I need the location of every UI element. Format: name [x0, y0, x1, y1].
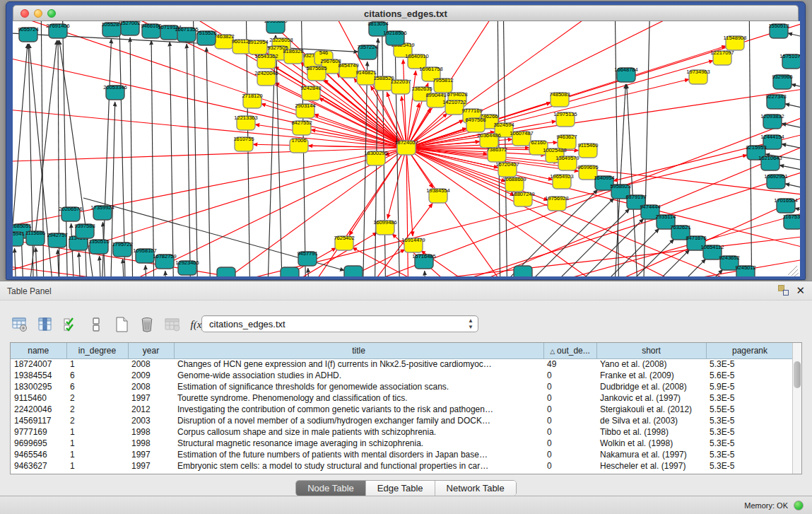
select-all-checks-icon[interactable] — [61, 315, 81, 334]
table-cell[interactable]: 18724007 — [11, 358, 66, 370]
table-row[interactable]: 969969511998Structural magnetic resonanc… — [11, 438, 794, 449]
graph-node[interactable]: 1115686 — [25, 230, 45, 245]
graph-node[interactable]: 2718120 — [242, 93, 262, 108]
graph-node[interactable] — [344, 266, 363, 276]
graph-node[interactable]: 17359924 — [90, 204, 114, 220]
table-cell[interactable]: 1998 — [128, 438, 174, 449]
table-cell[interactable]: 1997 — [128, 392, 174, 404]
table-cell[interactable]: Yano et al. (2008) — [596, 358, 706, 370]
table-scrollbar-thumb[interactable] — [794, 361, 801, 388]
table-cell[interactable]: Tourette syndrome. Phenomenology and cla… — [174, 392, 543, 404]
graph-node[interactable]: 8427552 — [291, 119, 312, 135]
graph-node[interactable]: 18300295 — [364, 150, 387, 165]
graph-node[interactable]: 16210643 — [758, 155, 782, 170]
graph-node[interactable]: 1322037 — [390, 78, 411, 94]
table-cell[interactable]: Corpus callosum shape and size in male p… — [174, 426, 543, 438]
table-cell[interactable]: 19384554 — [11, 370, 66, 381]
table-cell[interactable]: 2 — [66, 392, 128, 404]
graph-node[interactable]: 13649579 — [555, 155, 579, 170]
graph-node[interactable]: 9055724 — [18, 26, 38, 42]
table-cell[interactable]: 1 — [66, 438, 128, 449]
graph-node[interactable]: 19218506 — [383, 30, 406, 45]
graph-node[interactable]: 8912954 — [247, 39, 268, 54]
graph-node[interactable]: 16914479 — [401, 237, 425, 252]
table-cell[interactable]: 2003 — [128, 415, 174, 426]
table-cell[interactable]: 9115460 — [11, 392, 66, 404]
column-header[interactable]: title — [174, 343, 543, 358]
table-cell[interactable]: 6 — [66, 381, 128, 392]
graph-node[interactable]: 10688609 — [502, 176, 526, 192]
table-row[interactable]: 1872400712008Changes of HCN gene express… — [11, 358, 794, 370]
table-cell[interactable]: 0 — [543, 404, 596, 415]
graph-node[interactable]: 16543362 — [254, 53, 278, 69]
graph-node[interactable]: 9115460 — [578, 142, 599, 158]
table-cell[interactable]: 5.3E-5 — [706, 460, 794, 472]
table-cell[interactable]: 0 — [543, 449, 596, 460]
table-cell[interactable]: Dudbridge et al. (2008) — [596, 381, 706, 392]
graph-node[interactable]: 12923465 — [175, 259, 199, 275]
graph-node[interactable]: 1350515 — [88, 238, 109, 254]
graph-node[interactable]: 1055287 — [101, 21, 122, 37]
graph-node[interactable]: 16099486 — [373, 219, 396, 235]
clear-selection-icon[interactable] — [86, 315, 106, 334]
table-cell[interactable]: 18300295 — [11, 381, 66, 392]
graph-node[interactable]: 1610755 — [233, 136, 254, 151]
resize-grip-icon[interactable] — [788, 266, 797, 275]
table-row[interactable]: 911546021997Tourette syndrome. Phenomeno… — [11, 392, 794, 404]
graph-node[interactable]: 15716485 — [412, 253, 435, 269]
table-cell[interactable]: 5.3E-5 — [706, 426, 794, 438]
graph-node[interactable]: 8186328 — [283, 48, 303, 64]
table-cell[interactable]: 9777169 — [11, 426, 66, 438]
graph-node[interactable]: 7515526 — [196, 30, 216, 45]
table-cell[interactable]: 0 — [543, 370, 596, 381]
window-titlebar[interactable]: citations_edges.txt — [13, 5, 799, 21]
graph-node[interactable]: 7955812 — [433, 77, 453, 93]
graph-node[interactable]: 6497568 — [465, 117, 486, 132]
float-panel-icon[interactable] — [778, 285, 789, 296]
graph-node[interactable]: 2903144 — [295, 103, 315, 118]
graph-node[interactable] — [514, 266, 532, 276]
table-cell[interactable]: Nakamura et al. (1997) — [596, 449, 706, 460]
graph-node[interactable]: 9245012 — [735, 264, 755, 276]
graph-node[interactable] — [281, 267, 299, 276]
graph-node[interactable]: 15751074 — [779, 53, 800, 69]
graph-node[interactable]: 22420046 — [254, 70, 278, 86]
graph-node[interactable]: 11548908 — [724, 35, 747, 50]
table-cell[interactable]: 9465546 — [11, 449, 66, 460]
table-cell[interactable]: 14569117 — [11, 415, 66, 426]
table-cell[interactable]: 5.9E-5 — [706, 381, 794, 392]
table-cell[interactable]: 2 — [66, 404, 128, 415]
table-cell[interactable]: 1 — [66, 358, 128, 370]
delete-trash-icon[interactable] — [137, 315, 157, 334]
tab-network-table[interactable]: Network Table — [435, 481, 516, 496]
graph-node[interactable]: 7485083 — [549, 91, 570, 107]
new-document-icon[interactable] — [112, 315, 131, 334]
table-cell[interactable]: 0 — [543, 438, 596, 449]
column-header[interactable]: in_degree — [66, 343, 128, 358]
graph-node[interactable]: 9227343 — [765, 93, 786, 109]
graph-node[interactable]: 19384554 — [426, 187, 449, 203]
table-cell[interactable]: 5.3E-5 — [706, 449, 794, 460]
graph-node[interactable]: 3915941 — [13, 230, 25, 246]
table-row[interactable]: 1830029562008Estimation of significance … — [11, 381, 794, 392]
table-cell[interactable]: 5.3E-5 — [706, 358, 794, 370]
graph-node[interactable]: 16671355 — [175, 26, 198, 42]
graph-node[interactable]: 1167535 — [783, 214, 800, 229]
table-cell[interactable]: 1 — [66, 426, 128, 438]
graph-node[interactable]: 7357224 — [357, 44, 377, 59]
table-cell[interactable]: 2 — [66, 415, 128, 426]
table-cell[interactable]: 2008 — [128, 358, 174, 370]
graph-node[interactable]: 5875685 — [306, 65, 326, 81]
table-row[interactable]: 946362711997Embryonic stem cells: a mode… — [11, 460, 794, 472]
graph-node[interactable]: 1795722 — [112, 241, 132, 257]
table-cell[interactable]: 6 — [66, 370, 128, 381]
graph-node[interactable] — [217, 267, 235, 276]
table-cell[interactable]: 0 — [543, 460, 596, 472]
table-row[interactable]: 946554611997Estimation of the future num… — [11, 449, 794, 460]
table-cell[interactable]: Changes of HCN gene expression and I(f) … — [174, 358, 543, 370]
graph-node[interactable]: 10953809 — [264, 21, 287, 33]
graph-node[interactable]: 2942757 — [47, 232, 67, 247]
table-cell[interactable]: 2008 — [128, 381, 174, 392]
column-header[interactable]: name — [11, 343, 66, 358]
graph-node[interactable]: 9397588 — [74, 223, 95, 238]
